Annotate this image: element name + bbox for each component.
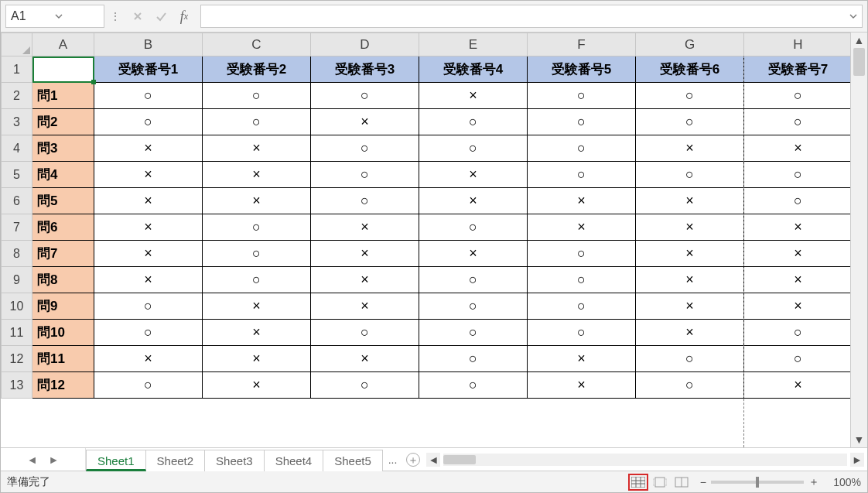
row-label-cell[interactable]: 問5: [32, 188, 94, 214]
data-cell[interactable]: ○: [419, 320, 528, 346]
data-cell[interactable]: ○: [94, 320, 203, 346]
data-cell[interactable]: ×: [528, 346, 636, 372]
data-cell[interactable]: ×: [203, 372, 311, 399]
data-cell[interactable]: ×: [419, 241, 528, 267]
data-cell[interactable]: ×: [636, 135, 744, 162]
data-cell[interactable]: ×: [636, 241, 744, 267]
row-header[interactable]: 3: [2, 109, 32, 135]
view-page-layout-button[interactable]: [650, 474, 670, 491]
fx-button[interactable]: fx: [173, 5, 196, 28]
header-cell[interactable]: 受験番号7: [744, 56, 851, 83]
data-cell[interactable]: ×: [311, 346, 419, 372]
scroll-up-icon[interactable]: ▲: [851, 33, 867, 48]
tab-nav-next-icon[interactable]: ►: [49, 454, 60, 466]
data-cell[interactable]: ○: [528, 135, 636, 162]
data-cell[interactable]: ○: [203, 241, 311, 267]
data-cell[interactable]: ×: [94, 214, 203, 241]
column-header-E[interactable]: E: [419, 33, 528, 56]
data-cell[interactable]: ×: [528, 214, 636, 241]
hscroll-track[interactable]: [443, 454, 847, 466]
data-cell[interactable]: ○: [528, 241, 636, 267]
sheet-tab-sheet5[interactable]: Sheet5: [323, 450, 383, 471]
scroll-down-icon[interactable]: ▼: [851, 432, 867, 447]
header-cell[interactable]: 受験番号3: [311, 56, 419, 83]
data-cell[interactable]: ○: [203, 267, 311, 293]
row-header[interactable]: 1: [2, 56, 32, 83]
data-cell[interactable]: ○: [311, 188, 419, 214]
row-header[interactable]: 5: [2, 162, 32, 188]
row-label-cell[interactable]: 問1: [32, 83, 94, 109]
data-cell[interactable]: ○: [636, 346, 744, 372]
data-cell[interactable]: ○: [744, 320, 851, 346]
sheet-tab-sheet4[interactable]: Sheet4: [264, 450, 324, 471]
data-cell[interactable]: ○: [419, 135, 528, 162]
vscroll-thumb[interactable]: [853, 48, 865, 76]
data-cell[interactable]: ○: [419, 214, 528, 241]
row-label-cell[interactable]: 問3: [32, 135, 94, 162]
active-cell[interactable]: [32, 56, 94, 83]
horizontal-scrollbar[interactable]: ◄ ►: [423, 448, 867, 471]
data-cell[interactable]: ○: [744, 162, 851, 188]
data-cell[interactable]: ×: [311, 109, 419, 135]
data-cell[interactable]: ×: [94, 162, 203, 188]
data-cell[interactable]: ○: [528, 267, 636, 293]
data-cell[interactable]: ×: [744, 135, 851, 162]
column-header-C[interactable]: C: [203, 33, 311, 56]
data-cell[interactable]: ○: [94, 109, 203, 135]
data-cell[interactable]: ×: [636, 214, 744, 241]
data-cell[interactable]: ×: [311, 214, 419, 241]
header-cell[interactable]: 受験番号6: [636, 56, 744, 83]
data-cell[interactable]: ×: [94, 346, 203, 372]
row-header[interactable]: 13: [2, 372, 32, 399]
vscroll-track[interactable]: [851, 48, 867, 432]
data-cell[interactable]: ○: [636, 162, 744, 188]
data-cell[interactable]: ○: [94, 293, 203, 320]
data-cell[interactable]: ○: [94, 372, 203, 399]
header-cell[interactable]: 受験番号2: [203, 56, 311, 83]
scroll-left-icon[interactable]: ◄: [426, 453, 440, 467]
chevron-down-icon[interactable]: [849, 10, 857, 22]
data-cell[interactable]: ×: [744, 293, 851, 320]
hscroll-thumb[interactable]: [443, 455, 476, 464]
data-cell[interactable]: ○: [94, 83, 203, 109]
data-cell[interactable]: ×: [311, 293, 419, 320]
row-header[interactable]: 12: [2, 346, 32, 372]
row-header[interactable]: 10: [2, 293, 32, 320]
row-label-cell[interactable]: 問9: [32, 293, 94, 320]
data-cell[interactable]: ×: [744, 214, 851, 241]
drag-handle-icon[interactable]: [111, 10, 120, 22]
data-cell[interactable]: ○: [636, 372, 744, 399]
vertical-scrollbar[interactable]: ▲ ▼: [850, 33, 867, 447]
data-cell[interactable]: ○: [419, 109, 528, 135]
data-cell[interactable]: ×: [203, 188, 311, 214]
data-cell[interactable]: ○: [636, 109, 744, 135]
data-cell[interactable]: ×: [94, 241, 203, 267]
row-header[interactable]: 9: [2, 267, 32, 293]
data-cell[interactable]: ×: [203, 320, 311, 346]
zoom-percent[interactable]: 100%: [824, 476, 861, 488]
data-cell[interactable]: ○: [419, 267, 528, 293]
data-cell[interactable]: ○: [528, 293, 636, 320]
data-cell[interactable]: ○: [203, 83, 311, 109]
data-cell[interactable]: ×: [94, 135, 203, 162]
row-label-cell[interactable]: 問7: [32, 241, 94, 267]
row-header[interactable]: 2: [2, 83, 32, 109]
data-cell[interactable]: ×: [203, 135, 311, 162]
data-cell[interactable]: ○: [528, 109, 636, 135]
data-cell[interactable]: ×: [94, 267, 203, 293]
header-cell[interactable]: 受験番号5: [528, 56, 636, 83]
data-cell[interactable]: ×: [636, 320, 744, 346]
data-cell[interactable]: ○: [528, 320, 636, 346]
data-cell[interactable]: ×: [636, 188, 744, 214]
data-cell[interactable]: ○: [311, 135, 419, 162]
row-label-cell[interactable]: 問8: [32, 267, 94, 293]
data-cell[interactable]: ○: [636, 83, 744, 109]
data-cell[interactable]: ○: [311, 372, 419, 399]
data-cell[interactable]: ○: [311, 320, 419, 346]
row-label-cell[interactable]: 問4: [32, 162, 94, 188]
data-cell[interactable]: ×: [311, 267, 419, 293]
data-cell[interactable]: ○: [419, 293, 528, 320]
spreadsheet-grid[interactable]: ABCDEFGH1受験番号1受験番号2受験番号3受験番号4受験番号5受験番号6受…: [1, 33, 850, 447]
view-page-break-button[interactable]: [672, 474, 692, 491]
data-cell[interactable]: ○: [528, 162, 636, 188]
